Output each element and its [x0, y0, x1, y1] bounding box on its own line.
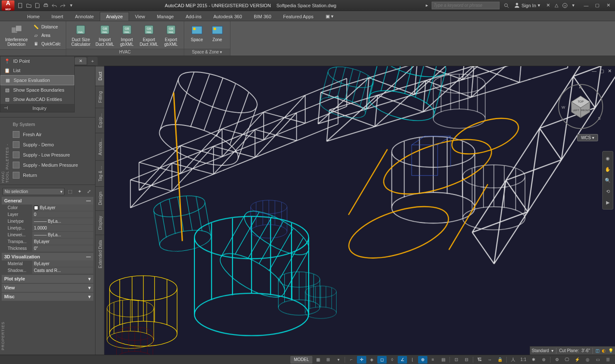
iso-icon[interactable]: ◈	[367, 356, 376, 364]
area-button[interactable]: ▱Area	[32, 31, 62, 39]
grid-icon[interactable]: ▦	[313, 356, 323, 364]
new-tab-button[interactable]: +	[87, 57, 98, 65]
monitor-icon[interactable]: 🖵	[562, 356, 572, 364]
layeriso-icon[interactable]: 🔒	[495, 356, 505, 364]
palette-item-2[interactable]: Supply - Low Pressure	[0, 150, 95, 160]
tab-addins[interactable]: Add-ins	[180, 12, 207, 21]
tab-manage[interactable]: Manage	[151, 12, 180, 21]
vtab-2[interactable]: Equip...	[95, 108, 104, 133]
document-tab[interactable]: ✕	[75, 57, 87, 64]
fullnav-icon[interactable]: ◉	[604, 154, 612, 162]
wcs-badge[interactable]: WCS ▾	[577, 134, 598, 141]
pin-icon[interactable]: ⊣	[4, 105, 8, 111]
inquiry-footer[interactable]: ⊣ Inquiry	[0, 104, 74, 112]
annoscale-icon[interactable]: 人	[508, 356, 518, 364]
hvac-btn-4[interactable]: GBXMLExport gbXML	[161, 22, 181, 48]
autoadd-icon[interactable]: ⊛	[539, 356, 548, 364]
props-row[interactable]: Linetype——— ByLa...	[2, 218, 93, 225]
palette-item-4[interactable]: Return	[0, 170, 95, 180]
orbit-icon[interactable]: ⟲	[604, 187, 612, 196]
props-row[interactable]: Thickness0"	[2, 245, 93, 252]
props-row[interactable]: MaterialByLayer	[2, 260, 93, 267]
vtab-4[interactable]: Tag & ...	[95, 160, 104, 187]
vtab-6[interactable]: Display	[95, 210, 104, 235]
sz-btn-1[interactable]: Zone	[207, 22, 227, 43]
tpy-icon[interactable]: ▤	[438, 356, 448, 364]
signin-button[interactable]: Sign In ▾	[514, 2, 540, 9]
vtab-5[interactable]: Design	[95, 186, 104, 210]
qat-undo-icon[interactable]	[50, 1, 59, 10]
tab-view[interactable]: View	[129, 12, 151, 21]
vtab-0[interactable]: Duct	[95, 66, 104, 86]
zoom-icon[interactable]: 🔍	[604, 176, 612, 185]
props-section-general[interactable]: General—	[2, 197, 93, 204]
vp-maximize-icon[interactable]: ▢	[599, 68, 605, 74]
vtab-7[interactable]: Extended Data	[95, 235, 104, 273]
snap-icon[interactable]: ⊞	[323, 356, 333, 364]
inquiry-item-2[interactable]: ▦Space Evaluation	[0, 75, 74, 85]
palette-item-0[interactable]: Fresh Air	[0, 129, 95, 140]
props-row[interactable]: ColorByLayer	[2, 204, 93, 211]
tab-insert[interactable]: Insert	[45, 12, 69, 21]
pan-icon[interactable]: ✋	[604, 165, 612, 174]
props-section-3dviz[interactable]: 3D Visualization—	[2, 253, 93, 260]
interference-detection-button[interactable]: Interference Detection	[3, 22, 30, 48]
vp-close-icon[interactable]: ✕	[607, 68, 612, 74]
tab-home[interactable]: Home	[21, 12, 45, 21]
model-button[interactable]: MODEL	[290, 356, 312, 364]
viewport[interactable]: — ▢ ✕ TOP LEFT FRONT W S WCS ▾	[104, 66, 615, 355]
custom-icon[interactable]: ☰	[603, 356, 612, 364]
tab-analyze[interactable]: Analyze	[100, 12, 129, 21]
elev-icon[interactable]: 🏗	[475, 356, 484, 364]
tab-autodesk360[interactable]: Autodesk 360	[208, 12, 248, 21]
search-input[interactable]	[432, 2, 500, 9]
vp-icon-2[interactable]: ◐	[602, 348, 606, 353]
props-row[interactable]: Layer0	[2, 211, 93, 218]
isolate-icon[interactable]: ◎	[583, 356, 592, 364]
3dosnap-icon[interactable]: ◊	[388, 356, 397, 364]
hvac-btn-1[interactable]: GBXMLImport Duct XML	[93, 22, 117, 48]
qat-open-icon[interactable]	[25, 1, 33, 10]
vp-icon-3[interactable]: 💡	[608, 348, 613, 353]
qat-save-icon[interactable]	[33, 1, 42, 10]
qat-new-icon[interactable]	[16, 1, 25, 10]
qat-dropdown-icon[interactable]: ▾	[67, 1, 76, 10]
props-row[interactable]: Transpa...ByLayer	[2, 238, 93, 245]
replace-icon[interactable]: ↔	[485, 356, 494, 364]
lwt-icon[interactable]: ≡	[428, 356, 438, 364]
vtab-3[interactable]: Annota...	[95, 133, 104, 160]
props-row[interactable]: Linetyp...1.0000	[2, 225, 93, 232]
otrack-icon[interactable]: ∠	[398, 356, 407, 364]
props-row[interactable]: Shadow...Casts and R...	[2, 267, 93, 274]
dyn-icon[interactable]: ⊕	[418, 356, 427, 364]
props-section-collapsed[interactable]: Misc▾	[2, 293, 93, 301]
ortho-icon[interactable]: ⌐	[347, 356, 356, 364]
annovis-icon[interactable]: ✱	[529, 356, 538, 364]
vtab-1[interactable]: Fitting	[95, 86, 104, 108]
tab-annotate[interactable]: Annotate	[69, 12, 100, 21]
selectobj-icon[interactable]: ⤢	[85, 188, 93, 195]
hvac-btn-2[interactable]: GBXMLImport gbXML	[117, 22, 137, 48]
inquiry-item-1[interactable]: 📋List	[0, 66, 74, 75]
sc-icon[interactable]: ⊟	[462, 356, 471, 364]
props-row[interactable]: Linewei...——— ByLa...	[2, 232, 93, 238]
close-button[interactable]: ✕	[603, 2, 613, 9]
qat-redo-icon[interactable]	[59, 1, 67, 10]
palette-item-1[interactable]: Supply - Demo	[0, 140, 95, 150]
hvac-btn-0[interactable]: XMLDuct Size Calculator	[69, 22, 93, 48]
close-tab-icon[interactable]: ✕	[79, 59, 82, 63]
quickselect-icon[interactable]: ⬚	[66, 188, 74, 195]
palette-item-3[interactable]: Supply - Medium Pressure	[0, 160, 95, 170]
group-label-spacezone[interactable]: Space & Zone ▾	[184, 49, 230, 56]
palette-category[interactable]: By System	[0, 120, 95, 129]
display-config[interactable]: Standard	[532, 348, 549, 353]
quickcalc-button[interactable]: 🖩QuickCalc	[32, 40, 62, 48]
exchange-icon[interactable]: ✕	[544, 1, 552, 10]
minimize-button[interactable]: —	[581, 2, 591, 9]
app-icon[interactable]	[2, 0, 14, 11]
tab-featured[interactable]: Featured Apps	[277, 12, 320, 21]
tab-bim360[interactable]: BIM 360	[248, 12, 277, 21]
vp-icon-1[interactable]: ◫	[595, 348, 599, 353]
props-section-collapsed[interactable]: View▾	[2, 284, 93, 292]
qp-icon[interactable]: ⊡	[452, 356, 461, 364]
